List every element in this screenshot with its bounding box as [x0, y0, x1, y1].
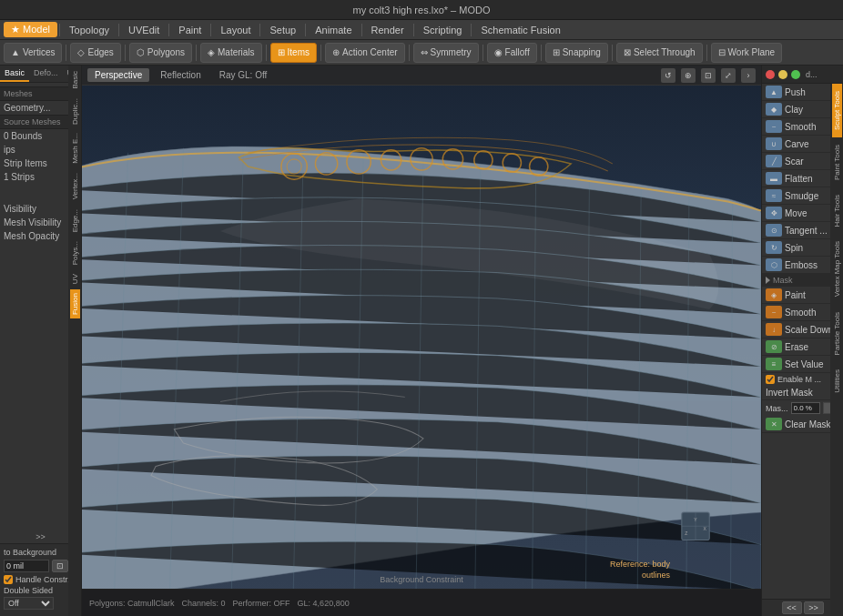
off-row: Off — [4, 597, 77, 610]
tb-sep-10 — [706, 45, 707, 61]
snapping-btn[interactable]: ⊞ Snapping — [545, 43, 608, 63]
enable-mask-checkbox[interactable] — [766, 375, 775, 384]
falloff-btn[interactable]: ◉ Falloff — [487, 43, 537, 63]
menu-sep-6 — [305, 24, 306, 36]
outline-text: outlines — [610, 570, 670, 581]
side-tab-basic[interactable]: Basic — [70, 67, 80, 93]
side-tab-fusion[interactable]: Fusion — [70, 289, 80, 318]
menu-render[interactable]: Render — [364, 23, 411, 37]
zoom-icon[interactable]: ⊕ — [681, 68, 696, 83]
menu-schematic[interactable]: Schematic Fusion — [473, 23, 567, 37]
win-maximize-btn[interactable] — [791, 70, 800, 79]
expand-icon[interactable]: ⤢ — [721, 68, 736, 83]
tb-sep-9 — [612, 45, 613, 61]
select-through-btn[interactable]: ⊠ Select Through — [616, 43, 703, 63]
smooth-mask-icon: ~ — [766, 306, 782, 318]
menu-paint[interactable]: Paint — [171, 23, 208, 37]
menu-uvedit[interactable]: UVEdit — [121, 23, 167, 37]
move-label: Move — [785, 208, 807, 218]
menu-bar: ★ Model Topology UVEdit Paint Layout Set… — [0, 20, 843, 40]
win-close-btn[interactable] — [766, 70, 775, 79]
side-tab-uv[interactable]: UV — [70, 270, 80, 288]
action-icon: ⊕ — [332, 47, 340, 57]
vert-tab-paint-tools[interactable]: Paint Tools — [832, 137, 842, 187]
smooth-icon: ~ — [766, 120, 782, 133]
menu-scripting[interactable]: Scripting — [416, 23, 470, 37]
left-tab-defo[interactable]: Defo... — [29, 66, 63, 82]
sculpt-nav-next[interactable]: >> — [804, 601, 824, 614]
vp-tab-reflection[interactable]: Reflection — [153, 68, 208, 82]
scar-label: Scar — [785, 157, 804, 167]
vert-tab-hair-tools[interactable]: Hair Tools — [832, 187, 842, 234]
paint-icon: ◈ — [766, 288, 782, 301]
vert-tab-particle[interactable]: Particle Tools — [832, 305, 842, 362]
menu-animate[interactable]: Animate — [308, 23, 359, 37]
menu-topology[interactable]: Topology — [62, 23, 117, 37]
offset-btn[interactable]: ⊡ — [52, 560, 68, 572]
mat-icon: ◈ — [208, 47, 215, 57]
setvalue-label: Set Value — [785, 359, 824, 369]
mas-input[interactable] — [791, 402, 820, 414]
double-sided-label: Double Sided — [4, 586, 53, 595]
sculpt-nav-prev[interactable]: << — [782, 601, 802, 614]
tangent-icon: ⊙ — [766, 224, 782, 237]
sculpt-window-bar: d... — [762, 66, 843, 84]
scaledown-icon: ↓ — [766, 323, 782, 336]
vertices-btn[interactable]: ▲ Vertices — [4, 43, 62, 63]
vp-tab-perspective[interactable]: Perspective — [87, 68, 149, 82]
handle-constraint-checkbox[interactable] — [4, 575, 13, 584]
clay-icon: ◆ — [766, 103, 782, 116]
side-tab-polys[interactable]: Polys... — [70, 237, 80, 268]
fit-icon[interactable]: ⊡ — [701, 68, 716, 83]
right-vert-tabs: Sculpt Tools Paint Tools Hair Tools Vert… — [830, 84, 843, 616]
side-tab-vertex[interactable]: Vertex... — [70, 169, 80, 203]
items-btn[interactable]: ⊞ Items — [270, 43, 317, 63]
menu-setup[interactable]: Setup — [262, 23, 303, 37]
right-sculpt-panel: d... ▲ Push ◆ Clay ~ Smooth ∪ Carve ╱ — [761, 66, 843, 616]
materials-btn[interactable]: ◈ Materials — [200, 43, 262, 63]
spin-icon: ↻ — [766, 241, 782, 254]
smudge-label: Smudge — [785, 191, 818, 201]
spin-label: Spin — [785, 243, 803, 253]
vert-tab-sculpt-tools[interactable]: Sculpt Tools — [832, 84, 842, 137]
to-background-row: to Background — [4, 548, 77, 557]
symmetry-btn[interactable]: ⇔ Symmetry — [413, 43, 479, 63]
toolbar: ▲ Vertices ◇ Edges ⬡ Polygons ◈ Material… — [0, 40, 843, 66]
menu-layout[interactable]: Layout — [213, 23, 258, 37]
vert-tab-utilities[interactable]: Utilities — [832, 362, 842, 400]
viewport-header: Perspective Reflection Ray GL: Off ↺ ⊕ ⊡… — [82, 66, 761, 86]
tb-sep-2 — [125, 45, 126, 61]
tb-sep-5 — [320, 45, 321, 61]
action-center-btn[interactable]: ⊕ Action Center — [325, 43, 405, 63]
win-minimize-btn[interactable] — [778, 70, 787, 79]
push-label: Push — [785, 87, 806, 97]
off-select[interactable]: Off — [4, 597, 54, 610]
side-tab-meshe[interactable]: Mesh E... — [70, 129, 80, 167]
vert-tab-vertex-map[interactable]: Vertex Map Tools — [832, 234, 842, 304]
sculpt-window-title: d... — [806, 70, 818, 79]
menu-sep-3 — [168, 24, 169, 36]
left-tab-basic[interactable]: Basic — [0, 66, 29, 82]
vp-tab-raygl[interactable]: Ray GL: Off — [212, 68, 275, 82]
viewport-canvas[interactable]: Y X Z — [82, 86, 761, 589]
work-plane-btn[interactable]: ⊟ Work Plane — [711, 43, 783, 63]
tangent-label: Tangent ... — [785, 226, 828, 236]
polygons-btn[interactable]: ⬡ Polygons — [129, 43, 192, 63]
title-bar: my colt3 high res.lxo* – MODO — [0, 0, 843, 20]
mask-section-label: Mask — [773, 276, 793, 285]
menu-sep-8 — [413, 24, 414, 36]
chevron-right-icon[interactable]: › — [741, 68, 756, 83]
edges-btn[interactable]: ◇ Edges — [70, 43, 120, 63]
offset-input[interactable] — [4, 560, 49, 572]
handle-constraint-row: Handle Constr... — [4, 575, 77, 584]
side-tab-edge[interactable]: Edge... — [70, 206, 80, 236]
move-icon: ✥ — [766, 207, 782, 219]
side-tab-duplic[interactable]: Duplic... — [70, 95, 80, 128]
menu-sep-2 — [118, 24, 119, 36]
mask-paint-label: Paint — [785, 290, 806, 300]
clear-mask-icon: ✕ — [766, 418, 782, 430]
menu-model[interactable]: ★ Model — [4, 22, 57, 37]
rotate-icon[interactable]: ↺ — [661, 68, 675, 83]
edge-icon: ◇ — [77, 47, 85, 57]
erase-icon: ⊘ — [766, 340, 782, 353]
